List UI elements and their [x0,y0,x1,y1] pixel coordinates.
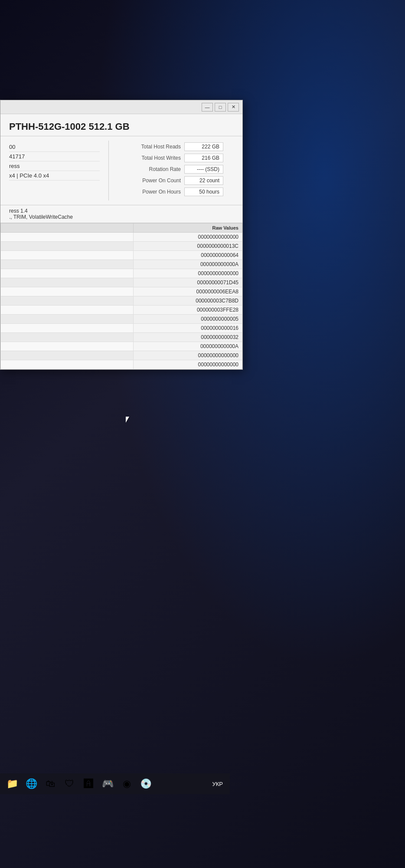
app-window: — □ ✕ PTHH-512G-1002 512.1 GB 0041717res… [0,100,243,370]
smart-row: 000000003C7B8D [1,296,242,306]
stat-label: Rotation Rate [116,166,181,172]
smart-cell-id [1,333,134,342]
stat-value: 50 hours [184,187,223,196]
stat-row: Power On Hours50 hours [116,187,235,196]
smart-cell-id [1,260,134,269]
smart-row: 0000000000013C [1,242,242,251]
smart-cell-raw: 0000000006EEA8 [134,287,242,296]
taskbar-icon-xbox[interactable]: 🎮 [99,775,116,792]
smart-row: 0000000000016 [1,324,242,333]
smart-row: 00000000000000 [1,269,242,278]
taskbar: 📁🌐🛍🛡🅰🎮◉💿 УКР [0,773,230,794]
taskbar-icon-store[interactable]: 🛍 [42,775,59,792]
stat-row: Total Host Writes216 GB [116,154,235,162]
title-bar: — □ ✕ [0,100,242,114]
smart-row: 00000000000000 [1,233,242,242]
taskbar-icon-edge[interactable]: 🌐 [23,775,40,792]
stat-label: Total Host Reads [116,144,181,150]
col-id [1,224,134,233]
smart-cell-id [1,306,134,315]
smart-cell-id [1,296,134,306]
stat-value: 222 GB [184,142,223,151]
smart-cell-id [1,269,134,278]
smart-cell-id [1,287,134,296]
taskbar-icon-security[interactable]: 🛡 [61,775,78,792]
smart-cell-raw: 0000000000013C [134,242,242,251]
smart-cell-raw: 000000000000A [134,342,242,351]
smart-cell-id [1,324,134,333]
smart-row: 000000000000A [1,260,242,269]
smart-cell-id [1,351,134,360]
smart-row: 00000000071D45 [1,278,242,287]
stat-row: Total Host Reads222 GB [116,142,235,151]
stat-label: Total Host Writes [116,155,181,161]
smart-cell-id [1,233,134,242]
taskbar-icon-app1[interactable]: 🅰 [80,775,97,792]
smart-row: 0000000000005 [1,315,242,324]
smart-cell-raw: 000000003FFE28 [134,306,242,315]
smart-row: 00000000000000 [1,351,242,360]
smart-cell-id [1,242,134,251]
smart-table-wrapper[interactable]: Raw Values 000000000000000000000000013C0… [0,223,242,369]
smart-cell-raw: 00000000071D45 [134,278,242,287]
smart-cell-raw: 0000000000032 [134,333,242,342]
smart-row: 0000000006EEA8 [1,287,242,296]
maximize-button[interactable]: □ [215,103,226,112]
taskbar-icon-chrome[interactable]: ◉ [118,775,135,792]
info-left-row: x4 | PCIe 4.0 x4 [9,171,100,181]
stat-value: 216 GB [184,154,223,162]
smart-cell-id [1,342,134,351]
col-raw: Raw Values [134,224,242,233]
features-row: ress 1.4 ., TRIM, VolatileWriteCache [0,205,242,223]
smart-cell-raw: 000000000000A [134,260,242,269]
info-section: 0041717ressx4 | PCIe 4.0 x4 Total Host R… [0,136,242,205]
info-left-row: ress [9,161,100,171]
minimize-button[interactable]: — [202,103,213,112]
smart-cell-raw: 00000000000000 [134,269,242,278]
info-left-row: 41717 [9,152,100,161]
smart-cell-raw: 0000000000064 [134,251,242,260]
stat-value: ---- (SSD) [184,165,223,174]
smart-cell-raw: 0000000000005 [134,315,242,324]
info-left-panel: 0041717ressx4 | PCIe 4.0 x4 [0,141,109,201]
smart-row: 000000000000A [1,342,242,351]
info-left-row: 00 [9,142,100,152]
smart-row: 0000000000032 [1,333,242,342]
smart-cell-raw: 000000003C7B8D [134,296,242,306]
smart-cell-raw: 00000000000000 [134,360,242,369]
smart-cell-id [1,315,134,324]
stat-row: Power On Count22 count [116,176,235,185]
taskbar-icon-files[interactable]: 📁 [3,775,21,792]
features-label: ress 1.4 [9,208,234,214]
smart-table: Raw Values 000000000000000000000000013C0… [0,223,242,369]
window-body: PTHH-512G-1002 512.1 GB 0041717ressx4 | … [0,114,242,369]
taskbar-icon-app2[interactable]: 💿 [137,775,154,792]
taskbar-icons: 📁🌐🛍🛡🅰🎮◉💿 [3,775,154,792]
smart-cell-id [1,360,134,369]
smart-cell-id [1,278,134,287]
info-right-panel: Total Host Reads222 GBTotal Host Writes2… [109,141,242,201]
features-value: ., TRIM, VolatileWriteCache [9,214,234,220]
stat-row: Rotation Rate---- (SSD) [116,165,235,174]
smart-cell-id [1,251,134,260]
taskbar-language: УКР [212,781,226,787]
smart-row: 0000000000064 [1,251,242,260]
smart-row: 00000000000000 [1,360,242,369]
stat-label: Power On Count [116,178,181,184]
drive-title: PTHH-512G-1002 512.1 GB [0,114,242,136]
smart-cell-raw: 00000000000000 [134,233,242,242]
window-controls: — □ ✕ [202,103,239,112]
stat-value: 22 count [184,176,223,185]
smart-row: 000000003FFE28 [1,306,242,315]
smart-cell-raw: 0000000000016 [134,324,242,333]
close-button[interactable]: ✕ [228,103,239,112]
stat-label: Power On Hours [116,189,181,195]
smart-cell-raw: 00000000000000 [134,351,242,360]
